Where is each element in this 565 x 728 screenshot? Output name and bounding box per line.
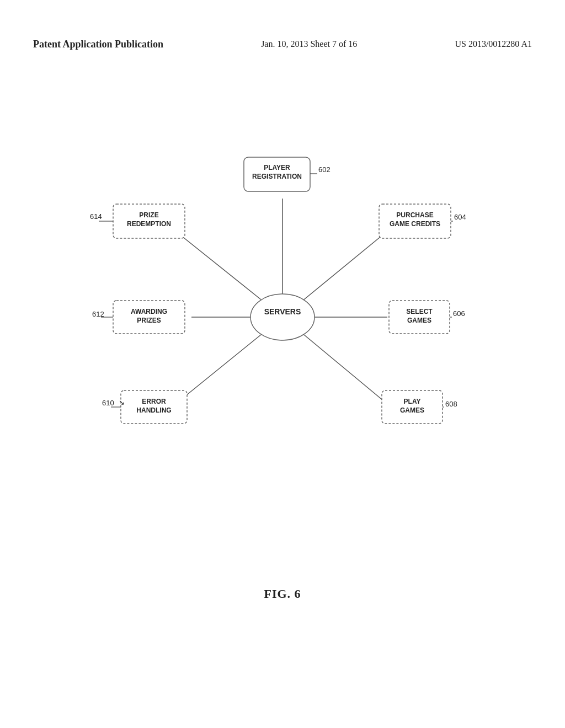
svg-line-4 xyxy=(174,332,264,405)
publication-date-sheet: Jan. 10, 2013 Sheet 7 of 16 xyxy=(261,38,357,51)
svg-line-6 xyxy=(173,229,264,302)
svg-text:PLAY: PLAY xyxy=(404,398,421,405)
svg-text:608: 608 xyxy=(445,400,457,408)
svg-text:GAMES: GAMES xyxy=(407,317,431,324)
svg-text:604: 604 xyxy=(454,213,466,221)
svg-text:AWARDING: AWARDING xyxy=(131,308,167,315)
svg-text:HANDLING: HANDLING xyxy=(136,406,171,414)
svg-text:PLAYER: PLAYER xyxy=(264,164,290,172)
svg-text:610: 610 xyxy=(102,399,114,407)
diagram-container: SERVERS PLAYER REGISTRATION 602 PURCHASE… xyxy=(76,132,489,491)
svg-point-7 xyxy=(250,294,315,340)
svg-text:PRIZES: PRIZES xyxy=(137,317,161,324)
svg-text:602: 602 xyxy=(318,165,331,174)
page-header: Patent Application Publication Jan. 10, … xyxy=(0,38,565,51)
svg-text:SELECT: SELECT xyxy=(406,308,433,315)
publication-number: US 2013/0012280 A1 xyxy=(455,38,532,51)
publication-title: Patent Application Publication xyxy=(33,38,163,51)
svg-line-1 xyxy=(301,229,390,302)
svg-line-3 xyxy=(301,332,389,405)
fig6-diagram: SERVERS PLAYER REGISTRATION 602 PURCHASE… xyxy=(76,132,489,491)
svg-text:↘: ↘ xyxy=(119,398,125,406)
svg-text:614: 614 xyxy=(90,212,102,221)
svg-text:GAME CREDITS: GAME CREDITS xyxy=(390,220,440,228)
svg-text:REDEMPTION: REDEMPTION xyxy=(127,220,171,228)
figure-caption: FIG. 6 xyxy=(264,587,301,601)
svg-text:PRIZE: PRIZE xyxy=(139,211,158,219)
svg-text:SERVERS: SERVERS xyxy=(264,307,301,316)
svg-text:ERROR: ERROR xyxy=(142,398,166,405)
svg-text:GAMES: GAMES xyxy=(400,406,424,414)
svg-text:REGISTRATION: REGISTRATION xyxy=(252,173,302,180)
svg-text:PURCHASE: PURCHASE xyxy=(396,211,433,219)
svg-text:606: 606 xyxy=(453,309,465,318)
